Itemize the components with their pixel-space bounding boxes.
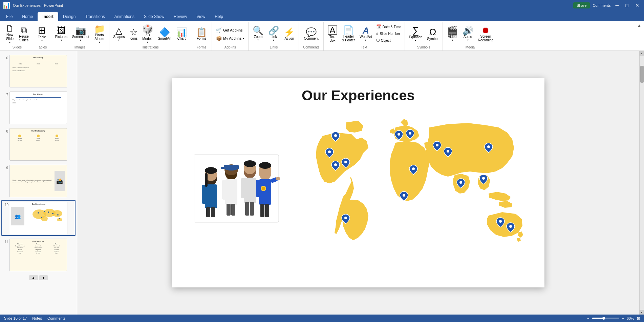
chart-button[interactable]: 📊 Chart (174, 23, 189, 45)
close-button[interactable]: ✕ (633, 2, 641, 9)
wordart-button[interactable]: A WordArt ▾ (358, 23, 374, 45)
svg-rect-20 (205, 173, 208, 187)
pictures-button[interactable]: 🖼 Pictures ▾ (53, 23, 69, 45)
ribbon-group-addins: 🛒 Get Add-ins 📦 My Add-ins ▾ Add-ins (212, 22, 249, 51)
slide-thumb-7[interactable]: 7 Our History Neptune is the farthest pl… (1, 90, 76, 125)
slide-thumb-9[interactable]: 9 "This is a quote, words full of wisdom… (1, 163, 76, 199)
tab-view[interactable]: View (192, 12, 210, 21)
tab-slideshow[interactable]: Slide Show (139, 12, 169, 21)
new-slide-button[interactable]: 🗋 NewSlide ▾ (3, 23, 16, 45)
ribbon-group-tables: ⊞ Table ▾ Tables (33, 22, 51, 51)
share-button[interactable]: Share (573, 2, 590, 8)
3d-models-button[interactable]: 🎲 3DModels ▾ (140, 23, 155, 45)
tab-review[interactable]: Review (169, 12, 192, 21)
people-illustration (189, 149, 284, 224)
tab-animations[interactable]: Animations (110, 12, 139, 21)
audio-button[interactable]: 🔊 Audio ▾ (460, 23, 475, 45)
icons-button[interactable]: ☆ Icons (127, 23, 139, 45)
screen-recording-button[interactable]: ⏺ ScreenRecording (476, 23, 496, 45)
tab-home[interactable]: Home (17, 12, 38, 21)
collapse-icon[interactable]: ▲ (637, 23, 641, 28)
new-slide-dropdown: ▾ (9, 41, 10, 44)
ribbon-group-forms: 📋 Forms Forms (191, 22, 212, 51)
table-button[interactable]: ⊞ Table ▾ (35, 23, 49, 45)
symbol-button[interactable]: Ω Symbol (425, 23, 440, 45)
screen-recording-label: ScreenRecording (478, 35, 494, 42)
action-button[interactable]: ⚡ Action (282, 23, 297, 45)
zoom-in-button[interactable]: + (622, 316, 624, 320)
get-addins-button[interactable]: 🛒 Get Add-ins (214, 26, 246, 34)
my-addins-button[interactable]: 📦 My Add-ins ▾ (214, 35, 246, 42)
ribbon-group-text: A TextBox 📄 Header& Footer A WordArt ▾ 📅… (324, 22, 405, 51)
slide-thumb-11[interactable]: 11 Our Services Mercury Venus Mars Despi… (1, 237, 76, 273)
tab-transitions[interactable]: Transitions (80, 12, 109, 21)
forms-button[interactable]: 📋 Forms (193, 23, 210, 45)
svg-rect-32 (241, 178, 245, 198)
header-footer-icon: 📄 (343, 26, 354, 35)
zoom-out-button[interactable]: − (587, 316, 589, 320)
tab-design[interactable]: Design (58, 12, 80, 21)
slide-7-text: 2050 (10, 101, 67, 104)
tab-file[interactable]: File (1, 12, 17, 21)
scroll-up-button[interactable]: ▲ (29, 275, 38, 280)
scroll-down-button[interactable]: ▼ (39, 275, 48, 280)
svg-rect-38 (259, 179, 271, 205)
svg-point-10 (41, 217, 42, 218)
shapes-button[interactable]: △ Shapes ▾ (111, 23, 127, 45)
tab-insert[interactable]: Insert (38, 12, 58, 21)
slide-preview-7: Our History Neptune is the farthest plan… (9, 92, 67, 124)
scroll-down-btn[interactable]: ▼ (640, 310, 644, 315)
slide-thumb-8[interactable]: 8 Our Philosophy Mission text here Visio… (1, 127, 76, 162)
notes-btn[interactable]: Notes (32, 316, 42, 320)
fit-slide-button[interactable]: ⊡ (637, 316, 640, 321)
scroll-up-btn[interactable]: ▲ (640, 51, 644, 56)
video-button[interactable]: 🎬 Video ▾ (445, 23, 460, 45)
zoom-slider[interactable] (592, 318, 619, 319)
slide-number-button[interactable]: # Slide Number (375, 31, 403, 37)
wordart-dropdown: ▾ (365, 39, 366, 42)
illustrations-group-label: Illustrations (111, 45, 189, 50)
slide-number-icon: # (376, 31, 379, 36)
minimize-button[interactable]: ─ (614, 2, 621, 9)
svg-point-11 (59, 218, 60, 219)
scroll-thumb[interactable] (640, 66, 644, 83)
zoom-slider-thumb[interactable] (602, 317, 605, 320)
text-box-button[interactable]: A TextBox (326, 23, 339, 45)
link-button[interactable]: 🔗 Link ▾ (266, 23, 281, 45)
world-map-svg (296, 116, 526, 258)
reuse-slides-button[interactable]: ⧉ ReuseSlides (17, 23, 31, 45)
slide-body (172, 104, 544, 270)
zoom-button[interactable]: 🔍 Zoom ▾ (251, 23, 265, 45)
equation-label: Equation (409, 35, 422, 39)
smartart-button[interactable]: 🔷 SmartArt (156, 23, 173, 45)
slide-thumb-6[interactable]: 6 Our History 201520162018 Venus is the … (1, 54, 76, 89)
slide-num-9: 9 (3, 166, 8, 170)
screenshot-icon: 📷 (75, 26, 86, 35)
slide-thumb-10[interactable]: 10 Our Experiences 👥 (1, 200, 76, 236)
titlebar-right: Share Comments ─ □ ✕ (573, 2, 641, 9)
tab-help[interactable]: Help (210, 12, 228, 21)
ribbon-group-illustrations: △ Shapes ▾ ☆ Icons 🎲 3DModels ▾ 🔷 SmartA… (109, 22, 192, 51)
ribbon-group-slides: 🗋 NewSlide ▾ ⧉ ReuseSlides Slides (1, 22, 33, 51)
date-time-button[interactable]: 📅 Date & Time (375, 24, 403, 30)
comments-status-btn[interactable]: Comments (47, 316, 65, 320)
slide-canvas[interactable]: Our Experiences (172, 78, 544, 287)
object-button[interactable]: ⬡ Object (375, 37, 403, 43)
slide-num-6: 6 (3, 56, 8, 60)
icons-icon: ☆ (130, 28, 137, 37)
main-area: 6 Our History 201520162018 Venus is the … (0, 51, 644, 315)
link-icon: 🔗 (268, 26, 279, 35)
header-footer-button[interactable]: 📄 Header& Footer (340, 23, 357, 45)
pictures-dropdown: ▾ (61, 39, 62, 42)
screenshot-button[interactable]: 📷 Screenshot ▾ (70, 23, 91, 45)
comment-button[interactable]: 💬 Comment (301, 23, 321, 45)
symbol-label: Symbol (427, 37, 438, 41)
ribbon-collapse[interactable]: ▲ (636, 22, 643, 51)
action-label: Action (285, 37, 294, 40)
photo-album-button[interactable]: 📁 PhotoAlbum ▾ (92, 23, 107, 45)
maximize-button[interactable]: □ (624, 2, 630, 9)
comments-button[interactable]: Comments (593, 3, 610, 7)
equation-button[interactable]: ∑ Equation ▾ (407, 23, 424, 45)
svg-rect-39 (256, 180, 261, 197)
slide-preview-10: Our Experiences 👥 (10, 202, 67, 234)
